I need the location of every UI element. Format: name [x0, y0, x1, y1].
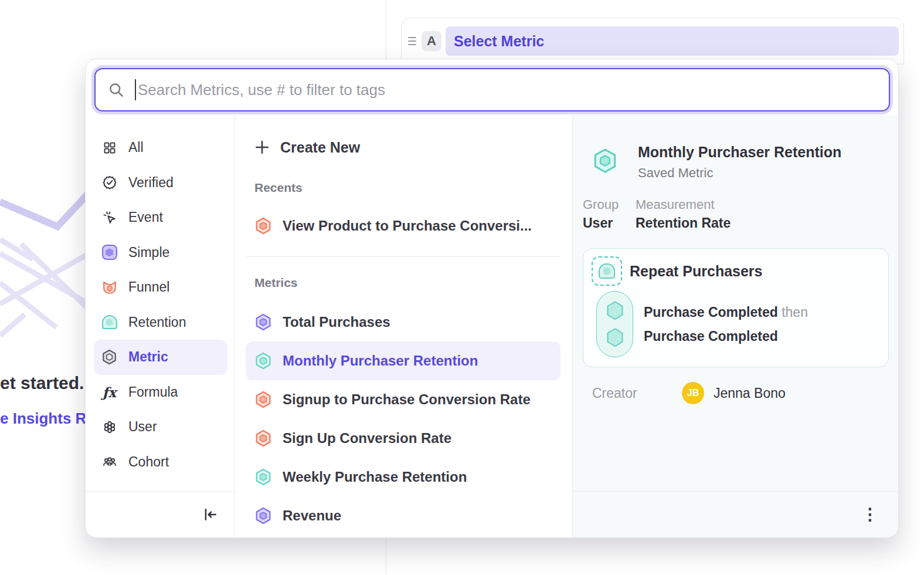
detail-title: Monthly Purchaser Retention [638, 143, 841, 161]
metric-item-revenue[interactable]: Revenue [246, 496, 560, 535]
definition-name: Repeat Purchasers [630, 263, 763, 280]
definition-step-2: Purchase Completed [644, 324, 808, 349]
sidebar-item-label: Event [128, 209, 163, 225]
metric-item-label: Revenue [283, 508, 341, 524]
plus-icon [254, 140, 270, 155]
metric-item-label: Sign Up Conversion Rate [283, 430, 451, 447]
funnel-icon [101, 279, 117, 295]
creator-avatar: JB [682, 382, 704, 404]
funnel-hexagon-icon [254, 217, 272, 235]
retention-hexagon-icon [254, 352, 272, 370]
search-input[interactable] [138, 81, 876, 99]
group-value: User [583, 214, 636, 231]
formula-fx-icon: ƒx [101, 384, 117, 400]
sidebar-item-user[interactable]: User [94, 410, 227, 445]
detail-meta: Group User Measurement Retention Rate [583, 197, 889, 231]
select-metric-row: A Select Metric [401, 18, 904, 65]
detail-header: Monthly Purchaser Retention Saved Metric [583, 143, 889, 181]
event-hexagon-icon [254, 507, 272, 525]
modal-body: All Verified [86, 115, 898, 537]
search-bar[interactable] [94, 68, 890, 111]
metric-detail-panel: Monthly Purchaser Retention Saved Metric… [573, 115, 898, 537]
metric-item-label: Total Purchases [283, 314, 390, 330]
group-label: Group [583, 197, 636, 214]
list-divider [246, 256, 560, 257]
creator-label: Creator [592, 385, 682, 401]
detail-subtitle: Saved Metric [638, 165, 841, 181]
metrics-section-label: Metrics [246, 275, 560, 291]
metric-item-label: Monthly Purchaser Retention [283, 353, 478, 369]
step-hexagon-icon [606, 301, 624, 320]
simple-metric-icon [101, 245, 117, 261]
metric-item-weekly-purchase-retention[interactable]: Weekly Purchase Retention [246, 458, 560, 496]
create-new-label: Create New [280, 139, 360, 156]
select-metric-label: Select Metric [454, 33, 544, 50]
retention-hexagon-icon [254, 468, 272, 486]
search-icon [108, 82, 124, 98]
sidebar-item-label: User [128, 419, 157, 435]
hexagon-metric-icon [101, 349, 117, 365]
definition-steps: Purchase Completed then Purchase Complet… [592, 291, 880, 357]
step-hexagon-icon [606, 328, 624, 347]
metric-item-sign-up-conversion[interactable]: Sign Up Conversion Rate [246, 419, 560, 458]
creator-row: Creator JB Jenna Bono [583, 381, 889, 405]
steps-capsule [596, 291, 633, 357]
text-caret [135, 79, 136, 100]
metric-picker-modal: All Verified [85, 59, 899, 538]
select-metric-button[interactable]: Select Metric [446, 26, 899, 56]
series-letter-badge: A [422, 31, 441, 51]
sidebar-item-label: All [128, 140, 144, 155]
detail-content: Monthly Purchaser Retention Saved Metric… [573, 115, 898, 405]
sidebar-item-event[interactable]: Event [94, 200, 227, 235]
filter-list: All Verified [86, 115, 235, 479]
metric-definition-card: Repeat Purchasers Purchase Comp [583, 248, 889, 367]
collapse-left-icon[interactable] [203, 507, 218, 522]
metric-list-column: Create New Recents View Product to Purch… [235, 115, 573, 537]
drag-handle-icon[interactable] [405, 37, 419, 45]
get-started-text: et started. [0, 373, 84, 393]
grid-icon [101, 140, 117, 155]
cohort-people-icon [101, 454, 117, 470]
cursor-click-icon [101, 209, 117, 225]
sidebar-item-label: Formula [128, 384, 178, 400]
measurement-label: Measurement [636, 197, 731, 214]
metric-item-monthly-purchaser-retention[interactable]: Monthly Purchaser Retention [246, 341, 560, 380]
detail-footer: ⋮ [573, 491, 898, 537]
measurement-value: Retention Rate [636, 214, 731, 231]
sidebar-item-label: Funnel [128, 279, 169, 295]
sidebar-item-metric[interactable]: Metric [94, 340, 227, 375]
sidebar-footer [86, 491, 235, 537]
background-line-illustration [0, 188, 89, 358]
insights-report-link[interactable]: e Insights Re [0, 410, 95, 428]
create-new-button[interactable]: Create New [246, 130, 560, 164]
metric-item-signup-to-purchase[interactable]: Signup to Purchase Conversion Rate [246, 380, 560, 419]
sidebar-item-label: Retention [128, 314, 186, 330]
definition-header: Repeat Purchasers [592, 256, 880, 286]
sidebar-item-retention[interactable]: Retention [94, 305, 227, 340]
recent-item-label: View Product to Purchase Conversi... [283, 218, 532, 234]
metric-item-total-purchases[interactable]: Total Purchases [246, 303, 560, 341]
retention-arch-icon [101, 314, 117, 330]
metric-item-label: Weekly Purchase Retention [283, 469, 467, 485]
retention-hexagon-icon [592, 147, 618, 175]
funnel-hexagon-icon [254, 391, 272, 408]
retention-definition-icon [592, 256, 622, 286]
creator-name: Jenna Bono [714, 385, 786, 401]
sidebar-item-label: Verified [128, 175, 174, 191]
sidebar-item-cohort[interactable]: Cohort [94, 445, 227, 480]
sidebar-item-simple[interactable]: Simple [94, 235, 227, 270]
sidebar-item-all[interactable]: All [94, 130, 227, 165]
sidebar-item-funnel[interactable]: Funnel [94, 270, 227, 305]
user-cluster-icon [101, 419, 117, 435]
filter-sidebar: All Verified [86, 115, 235, 537]
step-connector: then [782, 305, 808, 320]
sidebar-item-formula[interactable]: ƒx Formula [94, 375, 227, 410]
recent-item[interactable]: View Product to Purchase Conversi... [246, 207, 560, 245]
sidebar-item-verified[interactable]: Verified [94, 165, 227, 201]
more-options-kebab-icon[interactable]: ⋮ [862, 506, 878, 523]
recents-section-label: Recents [246, 180, 560, 196]
funnel-hexagon-icon [254, 429, 272, 447]
metric-item-label: Signup to Purchase Conversion Rate [283, 391, 531, 408]
definition-step-1: Purchase Completed then [644, 300, 808, 324]
sidebar-item-label: Metric [128, 349, 168, 365]
